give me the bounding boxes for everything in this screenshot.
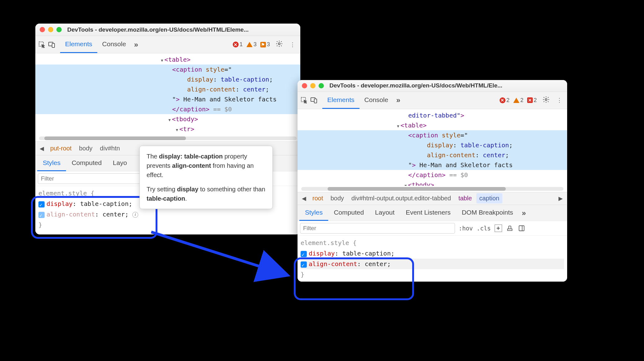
bc-prev-icon[interactable]: ◀: [38, 145, 46, 152]
flags-badge[interactable]: ✕2: [526, 97, 538, 104]
settings-icon[interactable]: [540, 96, 552, 105]
more-tabs-icon[interactable]: »: [393, 96, 404, 105]
panel-tabs: Elements Console »: [322, 92, 404, 109]
warnings-badge[interactable]: 2: [512, 97, 525, 104]
device-icon[interactable]: [310, 96, 318, 104]
dom-scrollbar[interactable]: [39, 136, 297, 140]
status-badges: ✕1 3 ⚑3: [232, 41, 271, 48]
bc-item[interactable]: body: [327, 193, 347, 203]
style-rules[interactable]: element.style { display: table-caption; …: [298, 235, 567, 282]
rule-close: }: [301, 269, 564, 280]
flags-badge[interactable]: ⚑3: [259, 41, 271, 48]
svg-point-3: [278, 43, 280, 45]
more-tabs-icon[interactable]: »: [131, 40, 141, 49]
checkbox-icon[interactable]: [38, 212, 45, 218]
dom-scrollbar[interactable]: [301, 187, 563, 190]
minimize-icon[interactable]: [48, 27, 53, 32]
add-rule-icon[interactable]: +: [495, 225, 502, 232]
dom-tree[interactable]: ▼<table> <caption style=" display: table…: [35, 53, 300, 135]
tab-elements[interactable]: Elements: [322, 92, 359, 109]
subtab-layout[interactable]: Layout: [369, 205, 400, 221]
more-subtabs-icon[interactable]: »: [519, 209, 529, 217]
tooltip-popup: The display: table-caption property prev…: [139, 146, 273, 209]
panel-tabs: Elements Console »: [60, 36, 141, 53]
rule-display[interactable]: display: table-caption;: [301, 248, 564, 259]
warnings-badge[interactable]: 3: [245, 41, 258, 48]
bc-next-icon[interactable]: ▶: [557, 195, 565, 202]
maximize-icon[interactable]: [56, 27, 62, 32]
kebab-icon[interactable]: ⋮: [554, 97, 565, 104]
dom-tree[interactable]: editor-tabbed"> ▼<table> <caption style=…: [298, 109, 567, 186]
svg-rect-7: [314, 99, 317, 103]
brush-icon[interactable]: [506, 224, 514, 232]
checkbox-icon[interactable]: [301, 251, 307, 257]
bc-item[interactable]: table: [455, 193, 475, 203]
subtab-styles[interactable]: Styles: [37, 155, 66, 171]
subtab-dom-breakpoints[interactable]: DOM Breakpoints: [456, 205, 519, 221]
svg-rect-9: [519, 226, 524, 231]
tab-console[interactable]: Console: [359, 92, 393, 109]
inspect-icon[interactable]: [300, 96, 308, 104]
toolbar: Elements Console » ✕1 3 ⚑3 ⋮: [35, 36, 300, 53]
filter-input[interactable]: [300, 223, 455, 234]
close-icon[interactable]: [40, 27, 45, 32]
info-icon[interactable]: i: [132, 212, 138, 218]
inspect-icon[interactable]: [38, 41, 46, 49]
breadcrumb[interactable]: ◀ root body div#html-output.output.edito…: [298, 192, 567, 205]
titlebar[interactable]: DevTools - developer.mozilla.org/en-US/d…: [35, 24, 300, 36]
subtab-computed[interactable]: Computed: [328, 205, 369, 221]
bc-item[interactable]: root: [309, 193, 326, 203]
window-title: DevTools - developer.mozilla.org/en-US/d…: [67, 26, 249, 33]
minimize-icon[interactable]: [310, 83, 315, 88]
toolbar: Elements Console » ✕2 2 ✕2 ⋮: [298, 92, 567, 109]
hov-toggle[interactable]: :hov: [459, 225, 473, 232]
filter-row: :hov .cls +: [298, 221, 567, 235]
kebab-icon[interactable]: ⋮: [287, 41, 298, 48]
tab-console[interactable]: Console: [97, 36, 131, 53]
status-badges: ✕2 2 ✕2: [498, 97, 538, 104]
bc-item[interactable]: put-root: [47, 143, 75, 154]
bc-prev-icon[interactable]: ◀: [300, 195, 308, 202]
bc-item[interactable]: div#html-output.output.editor-tabbed: [348, 193, 454, 203]
subtab-event-listeners[interactable]: Event Listeners: [400, 205, 456, 221]
errors-badge[interactable]: ✕2: [498, 97, 511, 104]
close-icon[interactable]: [302, 83, 307, 88]
bc-item[interactable]: div#htn: [97, 143, 123, 154]
settings-icon[interactable]: [273, 40, 285, 49]
rule-close: }: [38, 220, 297, 230]
svg-rect-2: [52, 43, 55, 47]
cls-toggle[interactable]: .cls: [477, 225, 491, 232]
maximize-icon[interactable]: [319, 83, 324, 88]
checkbox-icon[interactable]: [301, 261, 307, 268]
checkbox-icon[interactable]: [38, 201, 45, 207]
device-icon[interactable]: [48, 41, 56, 49]
selector-label: element.style {: [301, 238, 564, 248]
subtab-layout[interactable]: Layo: [107, 155, 133, 171]
panel-icon[interactable]: [518, 224, 526, 232]
titlebar[interactable]: DevTools - developer.mozilla.org/en-US/d…: [298, 80, 567, 92]
window-title: DevTools - developer.mozilla.org/en-US/d…: [329, 82, 502, 89]
errors-badge[interactable]: ✕1: [232, 41, 244, 48]
bc-item[interactable]: body: [76, 143, 95, 154]
tab-elements[interactable]: Elements: [60, 36, 97, 53]
styles-tabs: Styles Computed Layout Event Listeners D…: [298, 205, 567, 221]
arrow-annotation: [149, 230, 298, 282]
rule-align-content[interactable]: align-content: center; i: [38, 209, 297, 220]
svg-point-8: [545, 99, 547, 100]
subtab-computed[interactable]: Computed: [66, 155, 107, 171]
rule-align-content[interactable]: align-content: center;: [301, 259, 564, 269]
bc-item-selected[interactable]: caption: [476, 193, 503, 203]
devtools-window-right: DevTools - developer.mozilla.org/en-US/d…: [298, 80, 567, 282]
svg-line-4: [151, 232, 285, 274]
subtab-styles[interactable]: Styles: [299, 205, 328, 221]
